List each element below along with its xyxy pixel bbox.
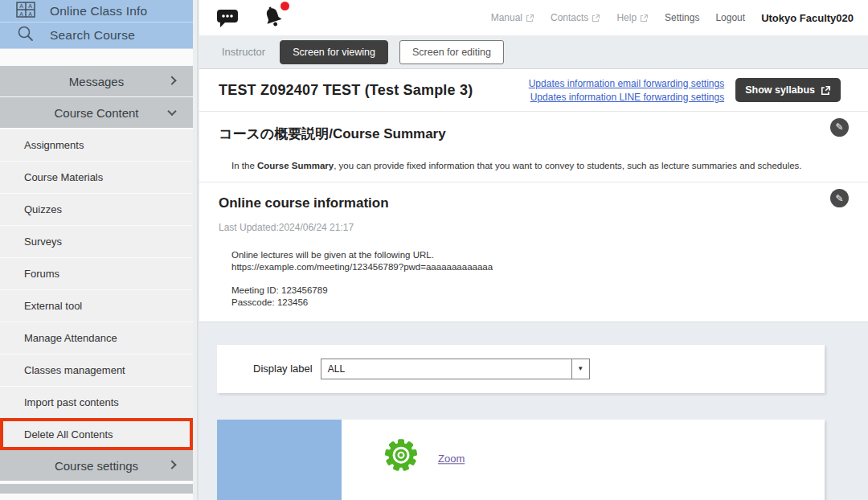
chevron-right-icon (167, 76, 176, 85)
sidebar-item-label: Quizzes (24, 203, 62, 215)
show-syllabus-button[interactable]: Show syllabus (735, 78, 841, 102)
edit-summary-button[interactable]: ✎ (830, 118, 849, 137)
svg-text:A: A (28, 10, 32, 16)
sidebar-item-label: Course Content (54, 106, 138, 120)
chat-bubble-icon[interactable] (215, 7, 240, 29)
logout-link[interactable]: Logout (715, 12, 745, 23)
sidebar-item-messages[interactable]: Messages (0, 66, 193, 96)
course-summary-heading: コースの概要説明/Course Summary (219, 125, 849, 143)
display-label-select[interactable]: ALL ▼ (321, 359, 590, 379)
sidebar-spacer (0, 49, 193, 66)
course-summary-description: In the Course Summary, you can provide f… (231, 161, 849, 170)
content-thumbnail (217, 420, 342, 500)
sidebar-item-label: Classes management (24, 364, 125, 376)
app-window: A A A A Online Class Info Search Course … (0, 0, 868, 500)
pencil-icon: ✎ (835, 121, 843, 133)
screen-for-viewing-button[interactable]: Screen for viewing (280, 40, 388, 64)
sidebar-item-assignments[interactable]: Assignments (0, 129, 193, 161)
screen-for-editing-button[interactable]: Screen for editing (399, 40, 504, 64)
content-item-row: Zoom (217, 420, 825, 500)
sidebar-item-online-class-info[interactable]: A A A A Online Class Info (0, 0, 193, 23)
sidebar-item-label: Manage Attendance (24, 332, 117, 344)
sidebar-item-label: Assignments (24, 139, 84, 151)
sidebar-item-search-course[interactable]: Search Course (0, 23, 193, 49)
online-course-info-section: Online course information ✎ Last Updated… (199, 182, 868, 322)
chevron-down-icon (167, 107, 176, 116)
sidebar-item-label: Forums (24, 268, 59, 280)
course-title-row: TEST Z092407 TEST (Test Sample 3) Update… (199, 69, 868, 111)
pencil-icon: ✎ (835, 193, 843, 204)
display-label-card: Display label ALL ▼ (217, 345, 825, 393)
help-link[interactable]: Help (616, 12, 649, 23)
meeting-url: https://example.com/meeting/123456789?pw… (231, 261, 849, 273)
contacts-link[interactable]: Contacts (551, 12, 600, 23)
svg-text:A: A (28, 3, 32, 9)
user-name: Utokyo Faculty020 (761, 12, 854, 24)
utility-nav: Manual Contacts Help Settings Logout Uto… (491, 12, 854, 24)
top-header: Manual Contacts Help Settings Logout Uto… (199, 0, 868, 35)
sidebar-item-manage-attendance[interactable]: Manage Attendance (0, 322, 193, 354)
zoom-content-link[interactable]: Zoom (438, 453, 465, 465)
svg-text:A: A (19, 3, 23, 9)
sidebar-item-import-past-contents[interactable]: Import past contents (0, 386, 193, 418)
display-label-text: Display label (253, 363, 313, 375)
svg-text:A: A (19, 10, 23, 16)
sidebar-item-classes-management[interactable]: Classes management (0, 354, 193, 386)
passcode: Passcode: 123456 (231, 297, 849, 309)
sidebar-item-label: Delete All Contents (24, 428, 113, 441)
class-grid-icon: A A A A (16, 2, 35, 21)
search-icon (16, 24, 35, 47)
main-area: Manual Contacts Help Settings Logout Uto… (199, 0, 868, 500)
sidebar-item-label: External tool (24, 300, 82, 312)
bell-icon[interactable] (260, 5, 286, 31)
external-link-icon (640, 14, 649, 23)
manual-link[interactable]: Manual (491, 12, 534, 23)
sidebar-item-surveys[interactable]: Surveys (0, 225, 193, 257)
sidebar-item-label: Messages (69, 75, 124, 88)
sidebar-item-label: Search Course (50, 28, 135, 43)
sidebar-item-delete-all-contents[interactable]: Delete All Contents (0, 418, 193, 450)
selected-label-value: ALL (321, 359, 571, 379)
contents-area: Display label ALL ▼ (199, 322, 868, 500)
settings-link[interactable]: Settings (665, 12, 699, 23)
sidebar-item-partial (0, 484, 193, 494)
role-label: Instructor (222, 46, 265, 58)
sidebar-item-course-settings[interactable]: Course settings (0, 450, 193, 481)
email-forwarding-link[interactable]: Updates information email forwarding set… (529, 78, 724, 89)
sidebar-item-course-materials[interactable]: Course Materials (0, 161, 193, 193)
online-info-body: Online lectures will be given at the fol… (231, 249, 849, 309)
external-link-icon (821, 85, 831, 96)
sidebar-item-label: Surveys (24, 236, 62, 248)
course-summary-section: コースの概要説明/Course Summary ✎ In the Course … (199, 111, 868, 182)
sidebar-item-label: Online Class Info (50, 4, 147, 18)
sidebar: A A A A Online Class Info Search Course … (0, 0, 193, 500)
sidebar-item-forums[interactable]: Forums (0, 257, 193, 289)
online-info-heading: Online course information (219, 195, 849, 211)
sidebar-item-label: Course Materials (24, 171, 103, 183)
sidebar-item-quizzes[interactable]: Quizzes (0, 193, 193, 225)
zoom-gear-icon (383, 437, 419, 476)
last-updated: Last Updated:2024/06/24 21:17 (219, 222, 849, 233)
forwarding-links: Updates information email forwarding set… (529, 78, 724, 103)
external-link-icon (526, 14, 534, 23)
chevron-right-icon (167, 461, 176, 469)
online-info-line: Online lectures will be given at the fol… (231, 249, 849, 261)
sidebar-item-label: Import past contents (24, 396, 119, 408)
sidebar-item-course-content[interactable]: Course Content (0, 97, 193, 128)
mode-bar: Instructor Screen for viewing Screen for… (199, 35, 868, 69)
sidebar-item-label: Course settings (55, 459, 138, 473)
meeting-id: Meeting ID: 123456789 (231, 285, 849, 297)
course-title: TEST Z092407 TEST (Test Sample 3) (219, 82, 473, 99)
sidebar-item-external-tool[interactable]: External tool (0, 289, 193, 322)
line-forwarding-link[interactable]: Updates information LINE forwarding sett… (530, 92, 724, 103)
external-link-icon (592, 14, 600, 23)
notification-badge (280, 2, 289, 10)
select-arrow-icon[interactable]: ▼ (571, 359, 589, 379)
